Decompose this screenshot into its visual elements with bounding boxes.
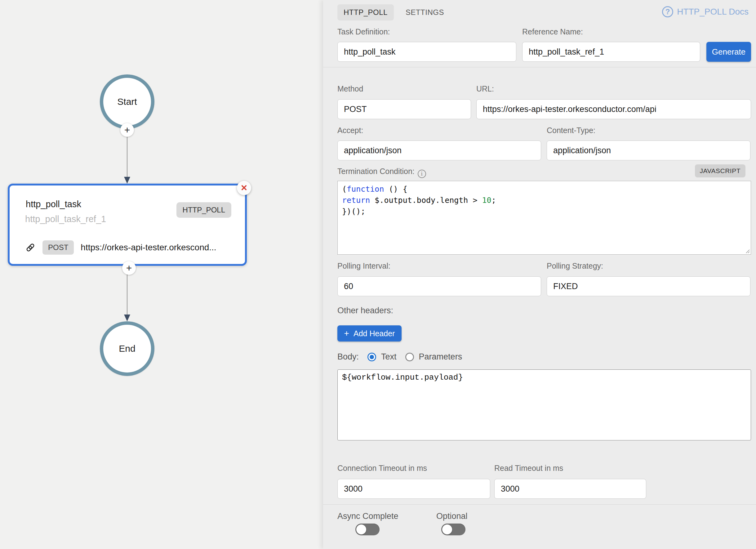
method-input[interactable] [337,99,471,119]
task-definition-input[interactable] [337,42,516,62]
radio-unselected-icon[interactable] [405,353,414,361]
add-task-after-task-button[interactable]: + [122,261,136,275]
javascript-badge: JAVASCRIPT [695,164,745,177]
link-icon [25,242,36,253]
content-type-label: Content-Type: [547,126,595,135]
polling-strategy-input[interactable] [547,276,750,296]
add-task-after-start-button[interactable]: + [120,123,134,137]
help-icon: ? [662,6,673,17]
async-complete-toggle[interactable] [355,524,380,535]
accept-input[interactable] [337,141,541,160]
info-icon: i [418,170,426,178]
plus-icon: + [344,328,349,338]
body-label: Body: [337,352,359,362]
polling-interval-input[interactable] [337,276,541,296]
polling-strategy-label: Polling Strategy: [547,261,603,270]
end-node-label: End [119,343,135,354]
plus-icon: + [126,262,132,274]
start-node: Start [100,74,154,129]
end-node: End [100,321,154,376]
url-input[interactable] [476,99,751,119]
tab-settings[interactable]: SETTINGS [399,4,450,20]
optional-toggle[interactable] [441,524,465,535]
optional-label: Optional [436,511,468,521]
task-node-endpoint-row: POST https://orkes-api-tester.orkescond.… [25,240,216,255]
other-headers-label: Other headers: [337,306,393,315]
docs-link-label: HTTP_POLL Docs [677,7,749,17]
task-node-title: http_poll_task [26,199,81,209]
close-icon: ✕ [241,183,248,193]
method-label: Method [337,84,363,93]
reference-name-input[interactable] [522,42,700,62]
start-node-label: Start [117,96,137,107]
toggle-knob [442,524,452,534]
read-timeout-label: Read Timeout in ms [494,464,563,473]
task-node-ref: http_poll_task_ref_1 [25,214,106,224]
task-definition-label: Task Definition: [337,27,390,36]
divider [323,67,756,67]
add-header-button[interactable]: + Add Header [337,325,402,341]
delete-task-button[interactable]: ✕ [237,181,251,195]
arrowhead-icon [124,315,130,321]
body-type-row: Body: Text Parameters [337,352,462,362]
read-timeout-input[interactable] [494,479,646,499]
termination-code-editor[interactable]: (function () { return $.output.body.leng… [337,181,751,255]
termination-condition-label: Termination Condition:i [337,167,426,178]
http-poll-docs-link[interactable]: ? HTTP_POLL Docs [662,6,749,17]
task-config-panel: HTTP_POLL SETTINGS ? HTTP_POLL Docs Task… [323,0,756,549]
plus-icon: + [124,124,130,136]
resize-grip-icon[interactable] [745,248,750,253]
divider [323,504,756,505]
task-method-badge: POST [42,240,74,255]
content-type-input[interactable] [547,141,750,160]
connection-timeout-label: Connection Timeout in ms [337,464,427,473]
panel-tabbar: HTTP_POLL SETTINGS [337,4,450,20]
body-textarea[interactable]: ${workflow.input.payload} [337,369,751,440]
reference-name-label: Reference Name: [522,27,583,36]
workflow-connectors [0,0,323,549]
arrowhead-icon [124,177,130,184]
radio-selected-icon[interactable] [367,353,376,361]
toggle-knob [356,524,366,534]
accept-label: Accept: [337,126,363,135]
body-option-parameters[interactable]: Parameters [405,352,462,362]
async-complete-label: Async Complete [337,511,398,521]
http-poll-task-node[interactable]: http_poll_task http_poll_task_ref_1 HTTP… [8,184,247,266]
url-label: URL: [476,84,494,93]
connection-timeout-input[interactable] [337,479,490,499]
task-type-badge: HTTP_POLL [176,202,231,218]
body-option-text[interactable]: Text [367,352,397,362]
generate-button[interactable]: Generate [706,42,751,62]
task-url-preview: https://orkes-api-tester.orkescond... [81,243,216,252]
tab-http-poll[interactable]: HTTP_POLL [337,4,394,20]
termination-code: (function () { return $.output.body.leng… [342,184,746,217]
workflow-canvas: Start + http_poll_task http_poll_task_re… [0,0,323,549]
polling-interval-label: Polling Interval: [337,261,390,270]
